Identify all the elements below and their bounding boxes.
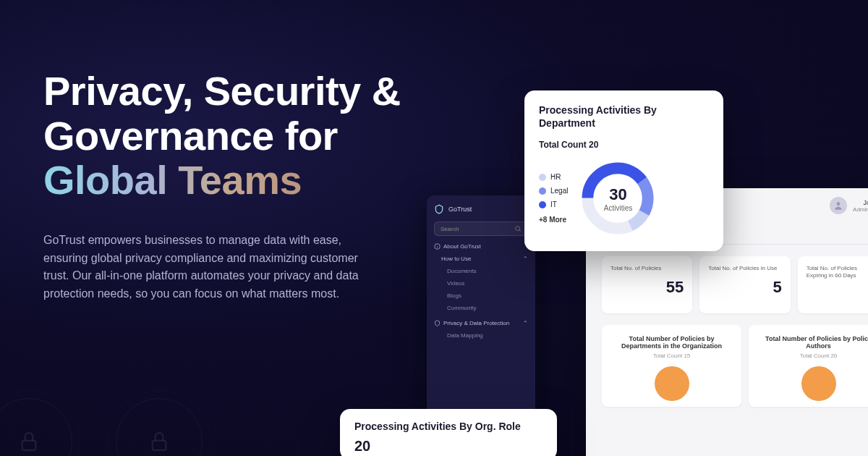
stat-card-total: Total No. of Policies 55 bbox=[602, 256, 692, 313]
legend-dot-icon bbox=[539, 187, 546, 195]
legend-more[interactable]: +8 More bbox=[539, 216, 568, 224]
card-value: 20 bbox=[354, 438, 542, 455]
legend-dot-icon bbox=[539, 201, 546, 208]
card-title: Processing Activities By Department bbox=[539, 104, 709, 130]
donut-center: 30 Activities bbox=[604, 185, 632, 212]
avatar[interactable] bbox=[830, 197, 847, 214]
donut-icon bbox=[801, 366, 836, 401]
info-icon bbox=[434, 243, 441, 250]
hero-title-gradient: Global Teams bbox=[43, 157, 302, 203]
lock-icon bbox=[148, 430, 171, 453]
shield-icon bbox=[434, 204, 444, 214]
background-locks bbox=[0, 398, 203, 456]
hero-body: GoTrust empowers businesses to manage da… bbox=[43, 232, 376, 303]
legend-hr[interactable]: HR bbox=[539, 173, 568, 181]
chart-cards: Total Number of Policies by Departments … bbox=[586, 325, 868, 407]
shield-icon bbox=[434, 320, 441, 326]
sidebar-section-privacy[interactable]: Privacy & Data Protection ⌃ bbox=[434, 320, 528, 326]
sidebar-item-blogs[interactable]: Blogs bbox=[434, 290, 528, 302]
processing-by-org-role-card: Processing Activities By Org. Role 20 bbox=[340, 409, 557, 456]
sidebar-item-documents[interactable]: Documents bbox=[434, 265, 528, 277]
hero-title: Privacy, Security & Governance for Globa… bbox=[43, 69, 401, 203]
card-subtitle: Total Count 20 bbox=[539, 140, 709, 150]
chart-by-department: Total Number of Policies by Departments … bbox=[602, 325, 741, 407]
sidebar-section-howto[interactable]: How to Use ⌃ bbox=[434, 256, 528, 262]
svg-rect-1 bbox=[153, 441, 166, 450]
processing-by-department-card: Processing Activities By Department Tota… bbox=[524, 90, 723, 251]
chart-by-author: Total Number of Policies by Policy Autho… bbox=[749, 325, 868, 407]
sidebar-item-community[interactable]: Community bbox=[434, 302, 528, 314]
chevron-up-icon: ⌃ bbox=[523, 256, 528, 262]
hero-title-line2: Governance for bbox=[43, 113, 338, 159]
svg-point-4 bbox=[837, 202, 841, 206]
stat-cards: Total No. of Policies 55 Total No. of Po… bbox=[586, 245, 868, 325]
hero-title-line1: Privacy, Security & bbox=[43, 68, 401, 114]
chevron-up-icon: ⌃ bbox=[523, 320, 528, 326]
sidebar-item-data-mapping[interactable]: Data Mapping bbox=[434, 329, 528, 342]
stat-card-inuse: Total No. of Policies in Use 5 bbox=[699, 256, 790, 313]
legend-dot-icon bbox=[539, 174, 546, 181]
donut-icon bbox=[655, 366, 689, 401]
svg-point-2 bbox=[516, 227, 520, 231]
search-icon bbox=[514, 225, 522, 232]
user-name: John Doe bbox=[853, 199, 868, 206]
user-icon bbox=[833, 200, 843, 211]
sidebar-section-about[interactable]: About GoTrust bbox=[434, 243, 528, 250]
card-title: Processing Activities By Org. Role bbox=[354, 421, 542, 432]
user-info: John Doe Admin account bbox=[853, 199, 868, 213]
legend-legal[interactable]: Legal bbox=[539, 187, 568, 195]
sidebar-search[interactable]: Search bbox=[434, 221, 528, 236]
legend-it[interactable]: IT bbox=[539, 200, 568, 208]
sidebar-item-videos[interactable]: Videos bbox=[434, 277, 528, 290]
lock-icon bbox=[17, 430, 41, 453]
user-role: Admin account bbox=[853, 206, 868, 213]
stat-card-expiring: Total No. of Policies Expiring in 60 Day… bbox=[798, 256, 868, 313]
sidebar-brand: GoTrust bbox=[434, 204, 528, 214]
hero-section: Privacy, Security & Governance for Globa… bbox=[43, 69, 401, 303]
legend: HR Legal IT +8 More bbox=[539, 173, 568, 224]
donut-chart: 30 Activities bbox=[578, 159, 658, 238]
svg-rect-0 bbox=[22, 441, 36, 450]
